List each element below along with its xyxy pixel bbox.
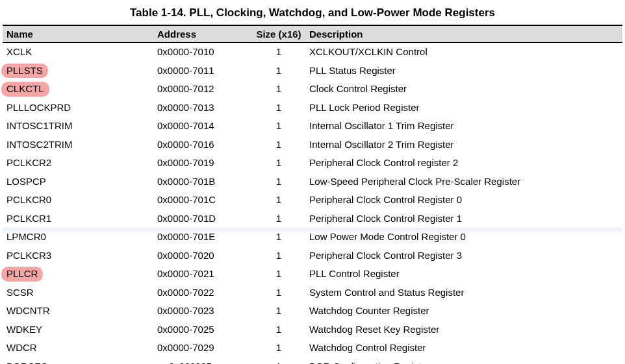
table-row: PLLLOCKPRD0x0000-70131PLL Lock Period Re… xyxy=(3,99,622,117)
cell-description: Clock Control Register xyxy=(305,80,622,99)
cell-description: Peripheral Clock Control register 2 xyxy=(305,154,622,173)
table-row: INTOSC1TRIM0x0000-70141Internal Oscillat… xyxy=(3,117,622,136)
table-row: BORCFG0x0009851BOR Configuration Registe… xyxy=(3,358,622,365)
cell-address: 0x0000-701D xyxy=(153,210,252,228)
header-description: Description xyxy=(305,25,622,43)
cell-address: 0x0000-7014 xyxy=(153,117,252,136)
cell-name: INTOSC2TRIM xyxy=(3,136,153,154)
cell-name: LOSPCP xyxy=(3,173,153,191)
cell-size: 1 xyxy=(252,265,305,284)
cell-size: 1 xyxy=(252,247,305,265)
cell-name: PCLKCR3 xyxy=(3,247,153,265)
cell-address: 0x0000-7020 xyxy=(153,247,252,265)
cell-description: Peripheral Clock Control Register 3 xyxy=(305,247,622,265)
cell-description: XCLKOUT/XCLKIN Control xyxy=(305,43,622,62)
cell-description: Peripheral Clock Control Register 1 xyxy=(305,210,622,228)
cell-size: 1 xyxy=(252,321,305,339)
cell-address: 0x0000-7019 xyxy=(153,154,252,173)
cell-description: PLL Lock Period Register xyxy=(305,99,622,117)
cell-size: 1 xyxy=(252,191,305,210)
cell-name: XCLK xyxy=(3,43,153,62)
table-title: Table 1-14. PLL, Clocking, Watchdog, and… xyxy=(3,6,622,19)
cell-size: 1 xyxy=(252,136,305,154)
cell-size: 1 xyxy=(252,339,305,358)
cell-address: 0x0000-701E xyxy=(153,228,252,247)
cell-size: 1 xyxy=(252,228,305,247)
table-row: PCLKCR10x0000-701D1Peripheral Clock Cont… xyxy=(3,210,622,228)
table-row: LOSPCP0x0000-701B1Low-Speed Peripheral C… xyxy=(3,173,622,191)
cell-description: Watchdog Reset Key Register xyxy=(305,321,622,339)
cell-address: 0x0000-7013 xyxy=(153,99,252,117)
cell-address: 0x0000-7010 xyxy=(153,43,252,62)
cell-address: 0x0000-701C xyxy=(153,191,252,210)
cell-size: 1 xyxy=(252,284,305,302)
table-row: WDCR0x0000-70291Watchdog Control Registe… xyxy=(3,339,622,358)
cell-size: 1 xyxy=(252,117,305,136)
cell-name: BORCFG xyxy=(3,358,153,365)
header-name: Name xyxy=(3,25,153,43)
cell-name: PLLCR xyxy=(3,265,153,284)
cell-name: WDCNTR xyxy=(3,302,153,321)
cell-address: 0x0000-7029 xyxy=(153,339,252,358)
cell-size: 1 xyxy=(252,210,305,228)
table-row: WDKEY0x0000-70251Watchdog Reset Key Regi… xyxy=(3,321,622,339)
cell-address: 0x000985 xyxy=(153,358,252,365)
cell-name: WDCR xyxy=(3,339,153,358)
table-header-row: Name Address Size (x16) Description xyxy=(3,25,622,43)
table-row: CLKCTL0x0000-70121Clock Control Register xyxy=(3,80,622,99)
table-row: PCLKCR20x0000-70191Peripheral Clock Cont… xyxy=(3,154,622,173)
header-size: Size (x16) xyxy=(252,25,305,43)
table-row: PCLKCR30x0000-70201Peripheral Clock Cont… xyxy=(3,247,622,265)
cell-description: Internal Oscillator 1 Trim Register xyxy=(305,117,622,136)
cell-name: CLKCTL xyxy=(3,80,153,99)
cell-description: Watchdog Control Register xyxy=(305,339,622,358)
cell-description: Internal Oscillator 2 Trim Register xyxy=(305,136,622,154)
table-row: PCLKCR00x0000-701C1Peripheral Clock Cont… xyxy=(3,191,622,210)
cell-name: WDKEY xyxy=(3,321,153,339)
cell-address: 0x0000-7023 xyxy=(153,302,252,321)
cell-name: PCLKCR0 xyxy=(3,191,153,210)
header-address: Address xyxy=(153,25,252,43)
table-row: WDCNTR0x0000-70231Watchdog Counter Regis… xyxy=(3,302,622,321)
cell-description: Low Power Mode Control Register 0 xyxy=(305,228,622,247)
cell-description: PLL Status Register xyxy=(305,62,622,80)
cell-description: Low-Speed Peripheral Clock Pre-Scaler Re… xyxy=(305,173,622,191)
cell-size: 1 xyxy=(252,99,305,117)
cell-name: INTOSC1TRIM xyxy=(3,117,153,136)
cell-size: 1 xyxy=(252,173,305,191)
cell-address: 0x0000-7022 xyxy=(153,284,252,302)
cell-name: PLLSTS xyxy=(3,62,153,80)
cell-address: 0x0000-7021 xyxy=(153,265,252,284)
highlight-pill: PLLSTS xyxy=(1,64,48,79)
cell-name: PCLKCR1 xyxy=(3,210,153,228)
highlight-pill: CLKCTL xyxy=(1,82,49,97)
cell-description: PLL Control Register xyxy=(305,265,622,284)
table-row: PLLCR0x0000-70211PLL Control Register xyxy=(3,265,622,284)
cell-description: Watchdog Counter Register xyxy=(305,302,622,321)
cell-size: 1 xyxy=(252,62,305,80)
cell-size: 1 xyxy=(252,43,305,62)
table-row: XCLK0x0000-70101XCLKOUT/XCLKIN Control xyxy=(3,43,622,62)
highlight-pill: PLLCR xyxy=(1,267,43,282)
cell-address: 0x0000-7025 xyxy=(153,321,252,339)
cell-address: 0x0000-7011 xyxy=(153,62,252,80)
cell-size: 1 xyxy=(252,358,305,365)
register-table: Name Address Size (x16) Description XCLK… xyxy=(3,25,622,364)
cell-address: 0x0000-7012 xyxy=(153,80,252,99)
cell-name: LPMCR0 xyxy=(3,228,153,247)
cell-name: PCLKCR2 xyxy=(3,154,153,173)
cell-name: PLLLOCKPRD xyxy=(3,99,153,117)
cell-address: 0x0000-701B xyxy=(153,173,252,191)
table-row: LPMCR00x0000-701E1Low Power Mode Control… xyxy=(3,228,622,247)
cell-name: SCSR xyxy=(3,284,153,302)
cell-address: 0x0000-7016 xyxy=(153,136,252,154)
cell-description: Peripheral Clock Control Register 0 xyxy=(305,191,622,210)
table-row: SCSR0x0000-70221System Control and Statu… xyxy=(3,284,622,302)
cell-description: BOR Configuration Register xyxy=(305,358,622,365)
cell-description: System Control and Status Register xyxy=(305,284,622,302)
table-row: PLLSTS0x0000-70111PLL Status Register xyxy=(3,62,622,80)
cell-size: 1 xyxy=(252,302,305,321)
cell-size: 1 xyxy=(252,154,305,173)
cell-size: 1 xyxy=(252,80,305,99)
table-row: INTOSC2TRIM0x0000-70161Internal Oscillat… xyxy=(3,136,622,154)
